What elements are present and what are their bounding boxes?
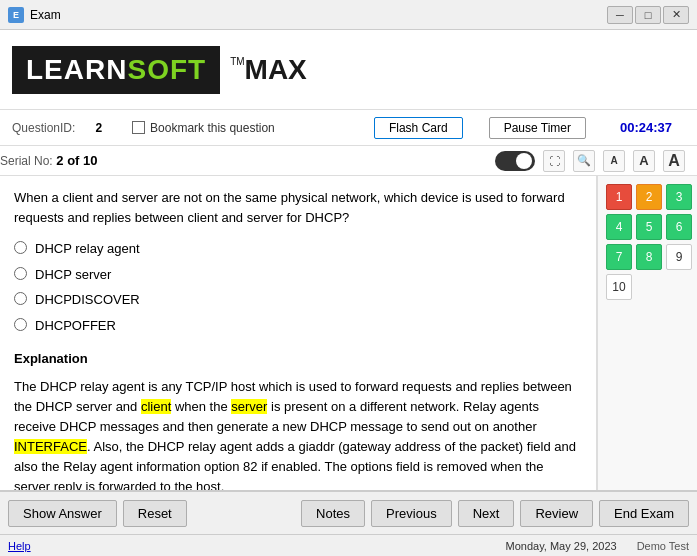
- title-bar: E Exam ─ □ ✕: [0, 0, 697, 30]
- toggle-knob: [516, 153, 532, 169]
- option-2-text: DHCP server: [35, 265, 111, 285]
- notes-button[interactable]: Notes: [301, 500, 365, 527]
- tools-row: Serial No: 2 of 10 ⛶ 🔍 A A A: [0, 146, 697, 176]
- option-4[interactable]: DHCPOFFER: [14, 316, 582, 336]
- zoom-icon[interactable]: 🔍: [573, 150, 595, 172]
- previous-button[interactable]: Previous: [371, 500, 452, 527]
- logo-box: LEARNSOFT: [12, 46, 220, 94]
- option-4-text: DHCPOFFER: [35, 316, 116, 336]
- option-1-text: DHCP relay agent: [35, 239, 140, 259]
- next-button[interactable]: Next: [458, 500, 515, 527]
- bottom-bar: Show Answer Reset Notes Previous Next Re…: [0, 490, 697, 534]
- radio-4[interactable]: [14, 318, 27, 331]
- number-panel: 12345678910: [597, 176, 697, 490]
- radio-1[interactable]: [14, 241, 27, 254]
- explanation-title: Explanation: [14, 349, 582, 369]
- radio-2[interactable]: [14, 267, 27, 280]
- status-bar: Help Monday, May 29, 2023 Demo Test: [0, 534, 697, 556]
- serial-label: Serial No:: [0, 154, 53, 168]
- status-mode: Demo Test: [637, 540, 689, 552]
- info-row: QuestionID: 2 Bookmark this question Fla…: [0, 110, 697, 146]
- window-title: Exam: [30, 8, 607, 22]
- option-2[interactable]: DHCP server: [14, 265, 582, 285]
- number-btn-10[interactable]: 10: [606, 274, 632, 300]
- bookmark-checkbox[interactable]: [132, 121, 145, 134]
- pause-timer-button[interactable]: Pause Timer: [489, 117, 586, 139]
- main-content: When a client and server are not on the …: [0, 176, 697, 490]
- expand-icon[interactable]: ⛶: [543, 150, 565, 172]
- icon-group: ⛶ 🔍 A A A: [495, 150, 685, 172]
- show-answer-button[interactable]: Show Answer: [8, 500, 117, 527]
- serial-value: 2 of 10: [56, 153, 97, 168]
- logo-bar: LEARNSOFT TMMAX: [0, 30, 697, 110]
- logo-soft: SOFT: [127, 54, 206, 85]
- review-button[interactable]: Review: [520, 500, 593, 527]
- question-id-label: QuestionID:: [12, 121, 75, 135]
- question-text: When a client and server are not on the …: [14, 188, 582, 227]
- maximize-button[interactable]: □: [635, 6, 661, 24]
- toggle-switch[interactable]: [495, 151, 535, 171]
- number-btn-2[interactable]: 2: [636, 184, 662, 210]
- help-link[interactable]: Help: [8, 540, 31, 552]
- app-icon: E: [8, 7, 24, 23]
- number-btn-3[interactable]: 3: [666, 184, 692, 210]
- option-1[interactable]: DHCP relay agent: [14, 239, 582, 259]
- number-btn-7[interactable]: 7: [606, 244, 632, 270]
- bookmark-label: Bookmark this question: [150, 121, 275, 135]
- number-btn-8[interactable]: 8: [636, 244, 662, 270]
- number-btn-1[interactable]: 1: [606, 184, 632, 210]
- number-btn-6[interactable]: 6: [666, 214, 692, 240]
- number-grid: 12345678910: [606, 184, 689, 300]
- end-exam-button[interactable]: End Exam: [599, 500, 689, 527]
- reset-button[interactable]: Reset: [123, 500, 187, 527]
- minimize-button[interactable]: ─: [607, 6, 633, 24]
- timer-display: 00:24:37: [620, 120, 685, 135]
- explanation-text: The DHCP relay agent is any TCP/IP host …: [14, 377, 582, 491]
- font-large-button[interactable]: A: [663, 150, 685, 172]
- window-controls: ─ □ ✕: [607, 6, 689, 24]
- bookmark-area: Bookmark this question: [132, 121, 275, 135]
- close-button[interactable]: ✕: [663, 6, 689, 24]
- logo-learn: LEARN: [26, 54, 127, 85]
- question-id-value: 2: [95, 121, 102, 135]
- flash-card-button[interactable]: Flash Card: [374, 117, 463, 139]
- logo-max: TMMAX: [230, 54, 307, 86]
- number-btn-4[interactable]: 4: [606, 214, 632, 240]
- radio-3[interactable]: [14, 292, 27, 305]
- option-3[interactable]: DHCPDISCOVER: [14, 290, 582, 310]
- option-3-text: DHCPDISCOVER: [35, 290, 140, 310]
- number-btn-5[interactable]: 5: [636, 214, 662, 240]
- logo-tm: TM: [230, 56, 244, 67]
- number-btn-9[interactable]: 9: [666, 244, 692, 270]
- status-date: Monday, May 29, 2023: [506, 540, 617, 552]
- question-panel: When a client and server are not on the …: [0, 176, 597, 490]
- serial-info: Serial No: 2 of 10: [0, 153, 98, 168]
- font-medium-button[interactable]: A: [633, 150, 655, 172]
- font-small-button[interactable]: A: [603, 150, 625, 172]
